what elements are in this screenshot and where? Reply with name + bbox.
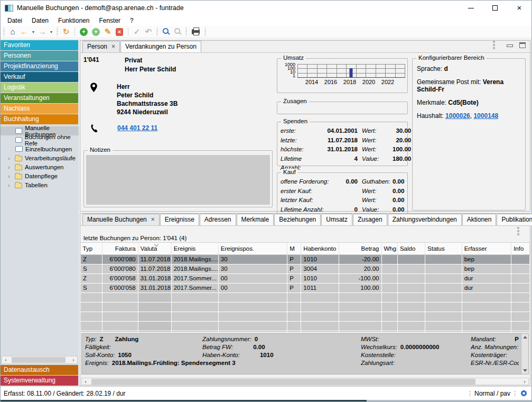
column-header-status[interactable]: Status [425, 243, 462, 254]
panel-minimize-button[interactable] [507, 44, 513, 47]
tree-item-einzelbuchungen[interactable]: Einzelbuchungen [1, 144, 79, 153]
expand-icon[interactable]: › [8, 182, 13, 188]
sidebar-scrollbar[interactable]: ‹ › [2, 356, 78, 364]
add-icon[interactable]: + [80, 28, 88, 36]
scroll-right-icon[interactable]: › [70, 357, 77, 363]
sidebar-section-projektfinanzierung[interactable]: Projektfinanzierung [1, 61, 78, 71]
table-row-empty[interactable] [81, 293, 530, 302]
settings-gear-icon[interactable] [519, 389, 528, 398]
tree-item-auswertungen[interactable]: ›Auswertungen [1, 162, 79, 171]
sidebar-section-favoriten[interactable]: Favoriten [1, 40, 78, 50]
column-header-valuta[interactable]: Valuta [138, 243, 171, 254]
column-header-habenkonto[interactable]: Habenkonto [301, 243, 339, 254]
scroll-thumb[interactable] [91, 379, 475, 385]
bookings-tab-beziehungen[interactable]: Beziehungen [274, 214, 321, 225]
minimize-button[interactable] [459, 1, 483, 15]
scroll-up-icon[interactable] [523, 336, 527, 339]
expand-icon[interactable]: › [8, 164, 13, 170]
panel-options-icon[interactable] [493, 41, 495, 43]
menu-item-daten[interactable]: Daten [27, 16, 53, 25]
table-row[interactable]: S6'000'05831.01.20182017.Sommer...00P101… [81, 283, 530, 293]
undo-icon[interactable]: ↶ [143, 26, 154, 37]
tab-close-icon[interactable]: × [111, 43, 115, 50]
table-row[interactable]: Z6'000'05831.01.20182017.Sommer...00P101… [81, 273, 530, 283]
expand-icon[interactable]: › [8, 173, 13, 179]
column-header-saldo[interactable]: Saldo [397, 243, 425, 254]
search-icon[interactable] [163, 28, 169, 34]
panel-maximize-button[interactable] [519, 42, 526, 48]
expand-icon[interactable]: › [8, 155, 13, 161]
column-header-ereignispos-[interactable]: Ereignispos. [218, 243, 287, 254]
column-header-typ[interactable]: Typ [81, 243, 102, 254]
table-row-empty[interactable] [81, 321, 530, 331]
print-icon[interactable] [192, 29, 200, 34]
sidebar-section-buchhaltung[interactable]: Buchhaltung [1, 114, 78, 124]
bookings-tab-zahlungsverbindungen[interactable]: Zahlungsverbindungen [388, 214, 462, 225]
forward-dropdown-icon[interactable]: ▾ [49, 30, 54, 34]
back-icon[interactable]: ← [19, 26, 30, 37]
table-row[interactable]: S6'000'08011.07.20182018.Mailings....30P… [81, 264, 530, 273]
table-row-empty[interactable] [81, 312, 530, 321]
sidebar-section-nachlass[interactable]: Nachlass [1, 104, 78, 114]
maximize-button[interactable] [483, 1, 507, 15]
tab-close-icon[interactable]: × [151, 216, 155, 223]
table-row[interactable]: Z6'000'08011.07.20182018.Mailings....30P… [81, 254, 530, 264]
column-header-ereignis[interactable]: Ereignis [171, 243, 218, 254]
column-header-info[interactable]: Info [511, 243, 530, 254]
sidebar-section-personen[interactable]: Personen [1, 51, 78, 61]
bookings-tab-zusagen[interactable]: Zusagen [353, 214, 387, 225]
column-header-whg[interactable]: Whg [381, 243, 397, 254]
bookings-tab-adressen[interactable]: Adressen [200, 214, 236, 225]
tree-item-verarbeitungsläufe[interactable]: ›Verarbeitungsläufe [1, 153, 79, 162]
scroll-left-icon[interactable]: ‹ [2, 357, 10, 363]
column-header-m[interactable]: M [287, 243, 301, 254]
refresh-icon[interactable]: ↻ [61, 26, 71, 37]
column-header-faktura[interactable]: Faktura [102, 243, 138, 254]
scroll-down-icon[interactable] [523, 369, 527, 372]
search-secondary-icon[interactable] [174, 28, 180, 34]
cell-empty [462, 302, 511, 312]
column-header-erfasser[interactable]: Erfasser [462, 243, 511, 254]
bookings-tab-manuelle-buchungen[interactable]: Manuelle Buchungen× [82, 214, 160, 225]
add-copy-icon[interactable]: + [92, 28, 100, 36]
table-row-empty[interactable] [81, 331, 530, 332]
tree-item-buchungen-ohne-refe[interactable]: Buchungen ohne Refe [1, 135, 79, 144]
bookings-tab-publikationen[interactable]: Publikationen [497, 214, 532, 225]
tree-item-datenpflege[interactable]: ›Datenpflege [1, 171, 79, 180]
column-header-betrag[interactable]: Betrag [339, 243, 381, 254]
notes-textarea[interactable] [86, 155, 270, 205]
haushalt-link[interactable]: 1000148 [473, 112, 498, 120]
delete-icon[interactable]: × [116, 28, 123, 36]
sidebar-section-datenaustausch[interactable]: Datenaustausch [1, 365, 78, 375]
scroll-thumb[interactable] [12, 357, 66, 363]
sidebar-section-verkauf[interactable]: Verkauf [1, 72, 78, 82]
scroll-left-icon[interactable]: ‹ [82, 379, 89, 385]
scroll-right-icon[interactable]: › [521, 379, 528, 385]
sidebar-section-systemverwaltung[interactable]: Systemverwaltung [1, 376, 78, 386]
menu-item-fenster[interactable]: Fenster [94, 16, 125, 25]
person-tab-person[interactable]: Person× [82, 41, 120, 52]
confirm-icon[interactable]: ✓ [132, 26, 142, 37]
table-row-empty[interactable] [81, 302, 530, 312]
menu-item-help[interactable]: ? [125, 16, 138, 25]
tree-item-tabellen[interactable]: ›Tabellen [1, 180, 79, 189]
sidebar-section-logistik[interactable]: Logistik [1, 83, 78, 93]
edit-icon[interactable]: ✎ [102, 26, 113, 37]
haushalt-link[interactable]: 1000026 [445, 112, 470, 120]
bookings-tab-aktionen[interactable]: Aktionen [462, 214, 497, 225]
bookings-options-icon[interactable] [517, 227, 519, 229]
forward-icon[interactable]: → [37, 26, 48, 37]
back-dropdown-icon[interactable]: ▾ [31, 30, 36, 34]
bookings-tab-umsatz[interactable]: Umsatz [321, 214, 352, 225]
sidebar-section-veranstaltungen[interactable]: Veranstaltungen [1, 93, 78, 103]
menu-item-funktionen[interactable]: Funktionen [53, 16, 94, 25]
close-button[interactable]: × [507, 1, 531, 15]
home-icon[interactable]: ⌂ [7, 26, 18, 37]
person-tab-verdankungen-zu-person[interactable]: Verdankungen zu Person [120, 41, 201, 52]
phone-link[interactable]: 044 401 22 11 [117, 124, 157, 132]
bookings-tab-ereignisse[interactable]: Ereignisse [160, 214, 199, 225]
details-scrollbar[interactable] [521, 334, 528, 374]
menu-item-datei[interactable]: Datei [3, 16, 27, 25]
bookings-tab-merkmale[interactable]: Merkmale [237, 214, 274, 225]
bookings-hscrollbar[interactable]: ‹ › [81, 378, 529, 385]
